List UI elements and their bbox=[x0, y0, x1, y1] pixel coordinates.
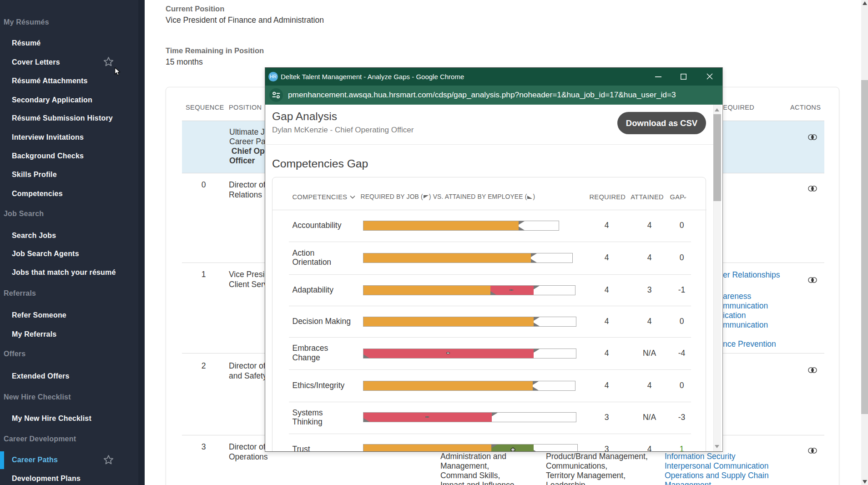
svg-text:HR: HR bbox=[270, 74, 277, 79]
